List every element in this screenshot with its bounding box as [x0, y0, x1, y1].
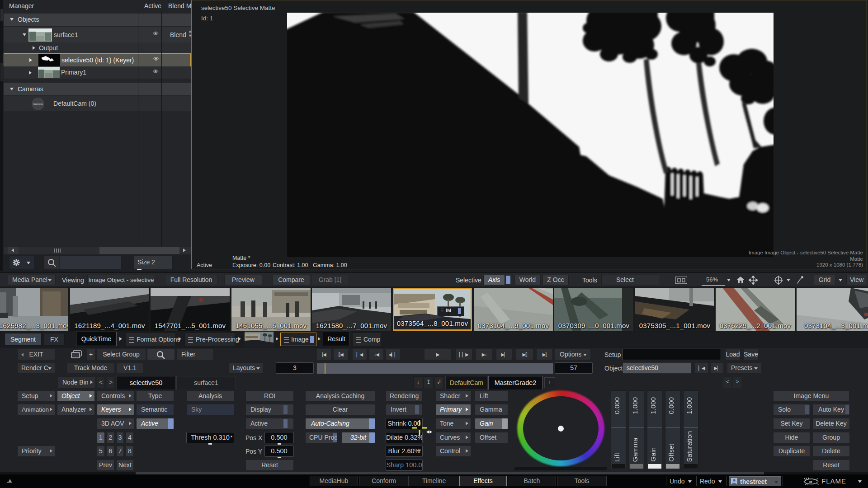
svg-text:M: M [809, 480, 812, 484]
